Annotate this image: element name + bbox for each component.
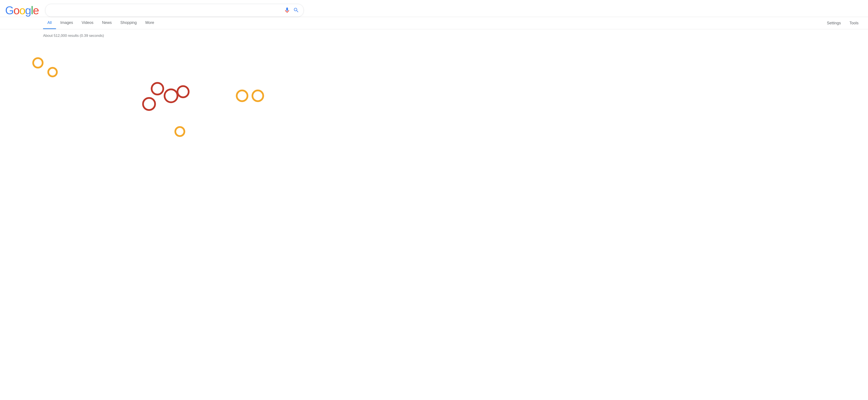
tab-all[interactable]: All bbox=[43, 17, 56, 29]
logo-letter-o1: o bbox=[13, 4, 19, 16]
zerg-o-8 bbox=[252, 90, 264, 102]
zerg-rush-container bbox=[0, 42, 868, 193]
results-area: About 512,000 results (0.39 seconds) bbox=[0, 29, 868, 159]
zerg-o-6 bbox=[177, 85, 190, 98]
tab-more[interactable]: More bbox=[141, 17, 158, 29]
tools-link[interactable]: Tools bbox=[845, 18, 863, 29]
zerg-o-2 bbox=[48, 67, 58, 77]
search-bar: zerg rush bbox=[45, 4, 304, 17]
logo-letter-g: G bbox=[5, 4, 13, 16]
zerg-o-7 bbox=[236, 90, 248, 102]
search-icon bbox=[293, 7, 299, 13]
zerg-o-3 bbox=[151, 82, 164, 95]
logo-letter-e: e bbox=[33, 4, 39, 16]
tab-news[interactable]: News bbox=[98, 17, 116, 29]
logo-letter-l: l bbox=[31, 4, 33, 16]
search-input[interactable]: zerg rush bbox=[50, 7, 281, 13]
mic-icon[interactable] bbox=[284, 7, 290, 14]
results-count: About 512,000 results (0.39 seconds) bbox=[43, 34, 863, 38]
google-logo[interactable]: Google bbox=[5, 4, 39, 17]
zerg-o-5 bbox=[142, 97, 156, 111]
search-button[interactable] bbox=[293, 7, 299, 14]
logo-letter-g2: g bbox=[25, 4, 31, 16]
tab-videos[interactable]: Videos bbox=[77, 17, 98, 29]
zerg-o-9 bbox=[175, 126, 185, 137]
tab-shopping[interactable]: Shopping bbox=[116, 17, 141, 29]
nav-tabs: All Images Videos News Shopping More Set… bbox=[0, 17, 868, 29]
settings-link[interactable]: Settings bbox=[823, 18, 845, 29]
logo-letter-o2: o bbox=[19, 4, 25, 16]
zerg-o-4 bbox=[164, 89, 178, 103]
header: Google zerg rush bbox=[0, 0, 868, 17]
tab-images[interactable]: Images bbox=[56, 17, 77, 29]
zerg-o-1 bbox=[32, 57, 43, 68]
